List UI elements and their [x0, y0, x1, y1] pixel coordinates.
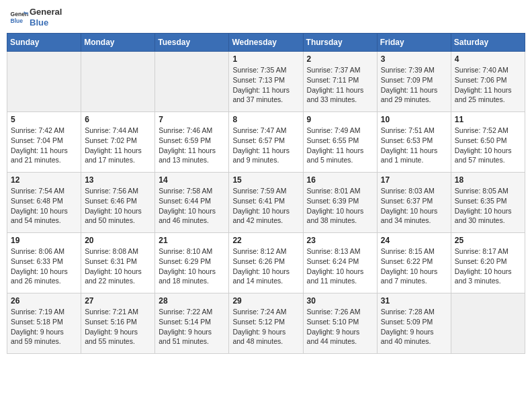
day-info: Sunrise: 7:59 AM Sunset: 6:41 PM Dayligh…: [232, 186, 299, 226]
day-number: 10: [381, 115, 447, 124]
svg-text:Blue: Blue: [11, 17, 24, 24]
calendar-cell: 26Sunrise: 7:19 AM Sunset: 5:18 PM Dayli…: [7, 293, 81, 354]
day-number: 16: [307, 175, 373, 185]
logo-text-blue: Blue: [30, 17, 62, 28]
weekday-header-thursday: Thursday: [303, 34, 377, 52]
day-number: 23: [307, 236, 373, 245]
calendar-cell: 20Sunrise: 8:08 AM Sunset: 6:31 PM Dayli…: [81, 233, 155, 293]
calendar-cell: 23Sunrise: 8:13 AM Sunset: 6:24 PM Dayli…: [303, 233, 377, 293]
logo: General Blue General Blue: [9, 7, 62, 28]
day-info: Sunrise: 7:42 AM Sunset: 7:04 PM Dayligh…: [11, 126, 77, 165]
day-info: Sunrise: 8:17 AM Sunset: 6:20 PM Dayligh…: [455, 246, 521, 286]
day-info: Sunrise: 7:49 AM Sunset: 6:55 PM Dayligh…: [307, 126, 373, 165]
day-info: Sunrise: 8:06 AM Sunset: 6:33 PM Dayligh…: [11, 246, 77, 286]
day-info: Sunrise: 7:40 AM Sunset: 7:06 PM Dayligh…: [455, 65, 521, 105]
day-info: Sunrise: 8:12 AM Sunset: 6:26 PM Dayligh…: [232, 246, 299, 286]
calendar-cell: 30Sunrise: 7:26 AM Sunset: 5:10 PM Dayli…: [303, 293, 377, 354]
calendar-cell: 21Sunrise: 8:10 AM Sunset: 6:29 PM Dayli…: [155, 233, 229, 293]
day-info: Sunrise: 8:03 AM Sunset: 6:37 PM Dayligh…: [381, 186, 447, 226]
day-number: 21: [159, 236, 225, 245]
day-info: Sunrise: 8:13 AM Sunset: 6:24 PM Dayligh…: [307, 246, 373, 286]
day-info: Sunrise: 8:15 AM Sunset: 6:22 PM Dayligh…: [381, 246, 447, 286]
calendar-cell: [155, 52, 229, 112]
day-info: Sunrise: 7:56 AM Sunset: 6:46 PM Dayligh…: [85, 186, 151, 226]
calendar-week-row: 5Sunrise: 7:42 AM Sunset: 7:04 PM Daylig…: [7, 112, 525, 173]
calendar-cell: 7Sunrise: 7:46 AM Sunset: 6:59 PM Daylig…: [155, 112, 229, 173]
calendar-cell: 12Sunrise: 7:54 AM Sunset: 6:48 PM Dayli…: [7, 173, 81, 233]
day-info: Sunrise: 7:46 AM Sunset: 6:59 PM Dayligh…: [159, 126, 225, 165]
day-number: 6: [85, 115, 151, 124]
day-number: 11: [455, 115, 521, 124]
day-info: Sunrise: 8:05 AM Sunset: 6:35 PM Dayligh…: [455, 186, 521, 226]
calendar-cell: 2Sunrise: 7:37 AM Sunset: 7:11 PM Daylig…: [303, 52, 377, 112]
logo-text-general: General: [30, 7, 62, 17]
day-number: 26: [11, 296, 77, 306]
calendar-table: SundayMondayTuesdayWednesdayThursdayFrid…: [7, 33, 525, 354]
day-number: 18: [455, 175, 521, 185]
day-info: Sunrise: 7:47 AM Sunset: 6:57 PM Dayligh…: [232, 126, 299, 165]
calendar-cell: 28Sunrise: 7:22 AM Sunset: 5:14 PM Dayli…: [155, 293, 229, 354]
calendar-cell: 17Sunrise: 8:03 AM Sunset: 6:37 PM Dayli…: [377, 173, 451, 233]
day-number: 12: [11, 175, 77, 185]
day-info: Sunrise: 7:51 AM Sunset: 6:53 PM Dayligh…: [381, 126, 447, 165]
day-info: Sunrise: 7:52 AM Sunset: 6:50 PM Dayligh…: [455, 126, 521, 165]
day-number: 7: [159, 115, 225, 124]
day-number: 5: [11, 115, 77, 124]
day-number: 30: [307, 296, 373, 306]
calendar-week-row: 1Sunrise: 7:35 AM Sunset: 7:13 PM Daylig…: [7, 52, 525, 112]
day-number: 15: [232, 175, 299, 185]
calendar-cell: 11Sunrise: 7:52 AM Sunset: 6:50 PM Dayli…: [451, 112, 525, 173]
day-number: 29: [232, 296, 299, 306]
calendar-cell: 18Sunrise: 8:05 AM Sunset: 6:35 PM Dayli…: [451, 173, 525, 233]
day-info: Sunrise: 8:08 AM Sunset: 6:31 PM Dayligh…: [85, 246, 151, 286]
day-number: 13: [85, 175, 151, 185]
day-number: 9: [307, 115, 373, 124]
day-number: 22: [232, 236, 299, 245]
weekday-header-friday: Friday: [377, 34, 451, 52]
calendar-cell: 29Sunrise: 7:24 AM Sunset: 5:12 PM Dayli…: [229, 293, 303, 354]
calendar-cell: 24Sunrise: 8:15 AM Sunset: 6:22 PM Dayli…: [377, 233, 451, 293]
day-info: Sunrise: 7:28 AM Sunset: 5:09 PM Dayligh…: [381, 307, 447, 347]
day-number: 17: [381, 175, 447, 185]
calendar-cell: 31Sunrise: 7:28 AM Sunset: 5:09 PM Dayli…: [377, 293, 451, 354]
calendar-week-row: 26Sunrise: 7:19 AM Sunset: 5:18 PM Dayli…: [7, 293, 525, 354]
calendar-cell: 3Sunrise: 7:39 AM Sunset: 7:09 PM Daylig…: [377, 52, 451, 112]
calendar-body: 1Sunrise: 7:35 AM Sunset: 7:13 PM Daylig…: [7, 52, 525, 354]
calendar-cell: 4Sunrise: 7:40 AM Sunset: 7:06 PM Daylig…: [451, 52, 525, 112]
weekday-header-tuesday: Tuesday: [155, 34, 229, 52]
day-number: 14: [159, 175, 225, 185]
day-info: Sunrise: 7:22 AM Sunset: 5:14 PM Dayligh…: [159, 307, 225, 347]
day-number: 27: [85, 296, 151, 306]
day-info: Sunrise: 8:01 AM Sunset: 6:39 PM Dayligh…: [307, 186, 373, 226]
calendar-cell: 13Sunrise: 7:56 AM Sunset: 6:46 PM Dayli…: [81, 173, 155, 233]
day-info: Sunrise: 7:39 AM Sunset: 7:09 PM Dayligh…: [381, 65, 447, 105]
day-info: Sunrise: 7:21 AM Sunset: 5:16 PM Dayligh…: [85, 307, 151, 347]
day-number: 4: [455, 54, 521, 64]
calendar-cell: [81, 52, 155, 112]
calendar-cell: 16Sunrise: 8:01 AM Sunset: 6:39 PM Dayli…: [303, 173, 377, 233]
day-number: 20: [85, 236, 151, 245]
calendar-cell: 25Sunrise: 8:17 AM Sunset: 6:20 PM Dayli…: [451, 233, 525, 293]
day-info: Sunrise: 8:10 AM Sunset: 6:29 PM Dayligh…: [159, 246, 225, 286]
weekday-header-wednesday: Wednesday: [229, 34, 303, 52]
day-info: Sunrise: 7:24 AM Sunset: 5:12 PM Dayligh…: [232, 307, 299, 347]
day-number: 28: [159, 296, 225, 306]
weekday-header-sunday: Sunday: [7, 34, 81, 52]
day-info: Sunrise: 7:58 AM Sunset: 6:44 PM Dayligh…: [159, 186, 225, 226]
calendar-cell: 19Sunrise: 8:06 AM Sunset: 6:33 PM Dayli…: [7, 233, 81, 293]
page-header: General Blue General Blue: [7, 7, 525, 28]
weekday-header-monday: Monday: [81, 34, 155, 52]
calendar-cell: [451, 293, 525, 354]
day-number: 31: [381, 296, 447, 306]
calendar-cell: 8Sunrise: 7:47 AM Sunset: 6:57 PM Daylig…: [229, 112, 303, 173]
weekday-header-saturday: Saturday: [451, 34, 525, 52]
day-info: Sunrise: 7:19 AM Sunset: 5:18 PM Dayligh…: [11, 307, 77, 347]
calendar-cell: 1Sunrise: 7:35 AM Sunset: 7:13 PM Daylig…: [229, 52, 303, 112]
day-info: Sunrise: 7:26 AM Sunset: 5:10 PM Dayligh…: [307, 307, 373, 347]
calendar-cell: 10Sunrise: 7:51 AM Sunset: 6:53 PM Dayli…: [377, 112, 451, 173]
calendar-cell: 14Sunrise: 7:58 AM Sunset: 6:44 PM Dayli…: [155, 173, 229, 233]
day-info: Sunrise: 7:35 AM Sunset: 7:13 PM Dayligh…: [232, 65, 299, 105]
day-number: 1: [232, 54, 299, 64]
day-number: 19: [11, 236, 77, 245]
calendar-week-row: 12Sunrise: 7:54 AM Sunset: 6:48 PM Dayli…: [7, 173, 525, 233]
